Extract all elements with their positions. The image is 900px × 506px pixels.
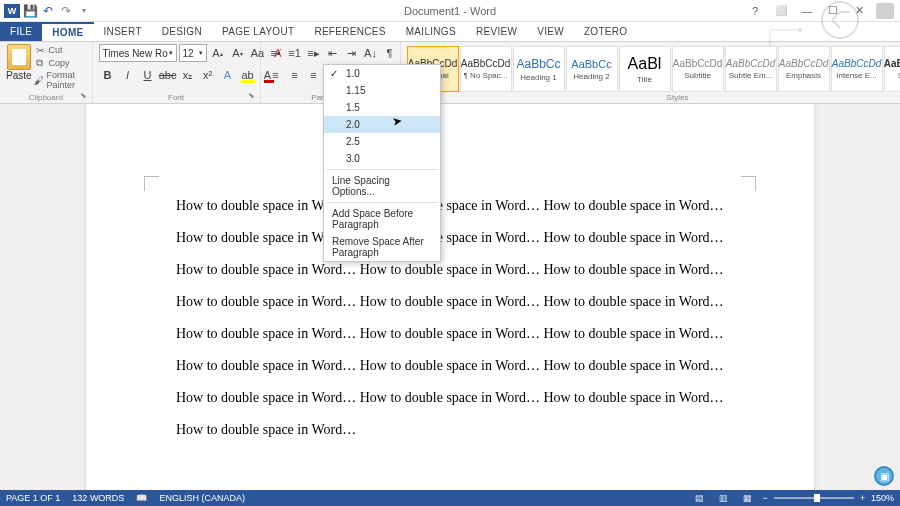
minimize-icon[interactable]: ― xyxy=(798,3,816,19)
window-title: Document1 - Word xyxy=(404,5,496,17)
document-area[interactable]: How to double space in Word… How to doub… xyxy=(0,104,900,490)
quick-access-toolbar: W 💾 ↶ ↷ ▾ xyxy=(0,3,92,19)
tab-review[interactable]: REVIEW xyxy=(466,22,527,41)
line-spacing-menu: 1.0 1.15 1.5 2.0 2.5 3.0 Line Spacing Op… xyxy=(323,64,441,262)
status-language[interactable]: ENGLISH (CANADA) xyxy=(159,493,245,503)
view-print-icon[interactable]: ▥ xyxy=(714,492,732,504)
cut-icon: ✂ xyxy=(34,44,46,56)
styles-gallery: AaBbCcDd¶ Normal AaBbCcDd¶ No Spac... Aa… xyxy=(407,44,900,93)
style-no-spacing[interactable]: AaBbCcDd¶ No Spac... xyxy=(460,46,512,92)
decrease-indent-button[interactable]: ⇤ xyxy=(324,44,342,62)
user-avatar-icon[interactable] xyxy=(876,3,894,19)
zoom-level[interactable]: 150% xyxy=(871,493,894,503)
status-bar: PAGE 1 OF 1 132 WORDS 📖 ENGLISH (CANADA)… xyxy=(0,490,900,506)
increase-indent-button[interactable]: ⇥ xyxy=(343,44,361,62)
grow-font-button[interactable]: A▴ xyxy=(209,44,227,62)
copy-label: Copy xyxy=(49,58,70,68)
tab-mailings[interactable]: MAILINGS xyxy=(396,22,466,41)
font-name-value: Times New Ro xyxy=(103,48,168,59)
view-web-icon[interactable]: ▦ xyxy=(738,492,756,504)
style-heading1[interactable]: AaBbCcHeading 1 xyxy=(513,46,565,92)
align-right-button[interactable]: ≡ xyxy=(305,66,323,84)
sort-button[interactable]: A↓ xyxy=(362,44,380,62)
paste-icon xyxy=(7,44,31,70)
zoom-out-button[interactable]: − xyxy=(762,493,767,503)
remove-space-after[interactable]: Remove Space After Paragraph xyxy=(324,233,440,261)
style-intense-emphasis[interactable]: AaBbCcDdIntense E... xyxy=(831,46,883,92)
spacing-3-0[interactable]: 3.0 xyxy=(324,150,440,167)
group-font: Times New Ro▾ 12▾ A▴ A▾ Aa A̸ B I U abc … xyxy=(93,42,261,103)
format-painter-button[interactable]: 🖌Format Painter xyxy=(34,70,86,90)
tab-home[interactable]: HOME xyxy=(42,22,93,41)
group-styles: AaBbCcDd¶ Normal AaBbCcDd¶ No Spac... Aa… xyxy=(401,42,900,103)
status-words[interactable]: 132 WORDS xyxy=(72,493,124,503)
font-size-combo[interactable]: 12▾ xyxy=(179,44,207,62)
zoom-slider[interactable] xyxy=(774,497,854,499)
redo-icon[interactable]: ↷ xyxy=(58,3,74,19)
tab-insert[interactable]: INSERT xyxy=(94,22,152,41)
ribbon-display-icon[interactable]: ⬜ xyxy=(772,3,790,19)
help-icon[interactable]: ? xyxy=(746,3,764,19)
copy-button[interactable]: ⧉Copy xyxy=(34,57,86,69)
format-painter-label: Format Painter xyxy=(47,70,86,90)
view-read-icon[interactable]: ▤ xyxy=(690,492,708,504)
style-emphasis[interactable]: AaBbCcDdEmphasis xyxy=(778,46,830,92)
group-clipboard: Paste ✂Cut ⧉Copy 🖌Format Painter Clipboa… xyxy=(0,42,93,103)
multilevel-button[interactable]: ≡▸ xyxy=(305,44,323,62)
superscript-button[interactable]: x² xyxy=(199,66,217,84)
highlight-button[interactable]: ab xyxy=(239,66,257,84)
copy-icon: ⧉ xyxy=(34,57,46,69)
tab-file[interactable]: FILE xyxy=(0,22,42,41)
undo-icon[interactable]: ↶ xyxy=(40,3,56,19)
tab-page-layout[interactable]: PAGE LAYOUT xyxy=(212,22,304,41)
shrink-font-button[interactable]: A▾ xyxy=(229,44,247,62)
show-marks-button[interactable]: ¶ xyxy=(381,44,399,62)
tab-design[interactable]: DESIGN xyxy=(152,22,212,41)
recording-indicator-icon: ▣ xyxy=(874,466,894,486)
clipboard-launcher-icon[interactable]: ⬊ xyxy=(80,91,90,101)
tab-zotero[interactable]: ZOTERO xyxy=(574,22,637,41)
font-launcher-icon[interactable]: ⬊ xyxy=(248,91,258,101)
spacing-1-0[interactable]: 1.0 xyxy=(324,65,440,82)
ribbon: Paste ✂Cut ⧉Copy 🖌Format Painter Clipboa… xyxy=(0,42,900,104)
align-left-button[interactable]: ≡ xyxy=(267,66,285,84)
tab-view[interactable]: VIEW xyxy=(527,22,574,41)
spacing-1-15[interactable]: 1.15 xyxy=(324,82,440,99)
spacing-1-5[interactable]: 1.5 xyxy=(324,99,440,116)
style-subtitle[interactable]: AaBbCcDdSubtitle xyxy=(672,46,724,92)
maximize-icon[interactable]: ☐ xyxy=(824,3,842,19)
tab-references[interactable]: REFERENCES xyxy=(304,22,395,41)
style-title[interactable]: AaBlTitle xyxy=(619,46,671,92)
save-icon[interactable]: 💾 xyxy=(22,3,38,19)
spacing-2-0[interactable]: 2.0 xyxy=(324,116,440,133)
page[interactable]: How to double space in Word… How to doub… xyxy=(86,104,814,490)
bullets-button[interactable]: ≡• xyxy=(267,44,285,62)
spacing-2-5[interactable]: 2.5 xyxy=(324,133,440,150)
font-name-combo[interactable]: Times New Ro▾ xyxy=(99,44,177,62)
status-proofing-icon[interactable]: 📖 xyxy=(136,493,147,503)
align-center-button[interactable]: ≡ xyxy=(286,66,304,84)
style-heading2[interactable]: AaBbCcHeading 2 xyxy=(566,46,618,92)
status-page[interactable]: PAGE 1 OF 1 xyxy=(6,493,60,503)
line-spacing-options[interactable]: Line Spacing Options... xyxy=(324,172,440,200)
qat-dropdown-icon[interactable]: ▾ xyxy=(76,3,92,19)
cut-button[interactable]: ✂Cut xyxy=(34,44,86,56)
text-effects-button[interactable]: A xyxy=(219,66,237,84)
subscript-button[interactable]: x₂ xyxy=(179,66,197,84)
ribbon-tabs: FILE HOME INSERT DESIGN PAGE LAYOUT REFE… xyxy=(0,22,900,42)
close-icon[interactable]: ✕ xyxy=(850,3,868,19)
underline-button[interactable]: U xyxy=(139,66,157,84)
zoom-in-button[interactable]: + xyxy=(860,493,865,503)
menu-separator xyxy=(326,169,438,170)
bold-button[interactable]: B xyxy=(99,66,117,84)
numbering-button[interactable]: ≡1 xyxy=(286,44,304,62)
font-group-label: Font xyxy=(93,93,260,102)
italic-button[interactable]: I xyxy=(119,66,137,84)
paste-button[interactable]: Paste xyxy=(6,44,32,81)
word-logo-icon: W xyxy=(4,4,20,18)
document-body-text[interactable]: How to double space in Word… How to doub… xyxy=(176,190,724,446)
add-space-before[interactable]: Add Space Before Paragraph xyxy=(324,205,440,233)
style-strong[interactable]: AaBbCcDcStrong xyxy=(884,46,900,92)
strikethrough-button[interactable]: abc xyxy=(159,66,177,84)
style-subtle-emphasis[interactable]: AaBbCcDdSubtle Em... xyxy=(725,46,777,92)
